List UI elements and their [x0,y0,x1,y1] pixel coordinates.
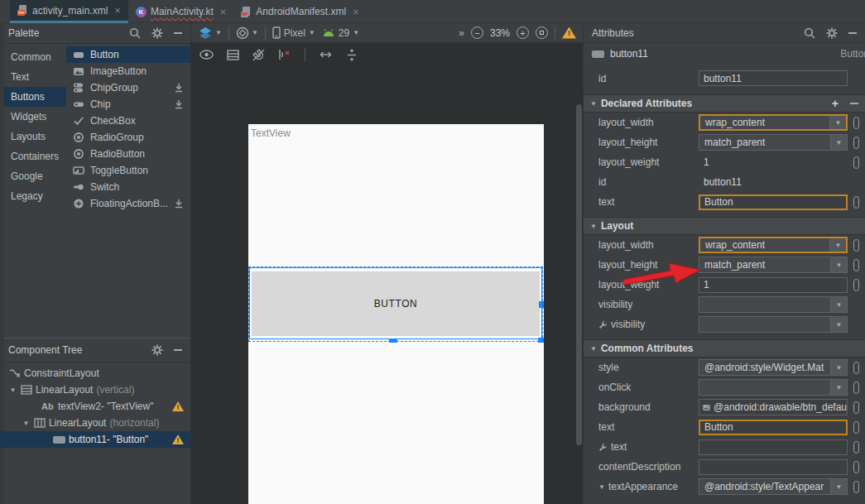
layout-weight-input[interactable] [699,277,848,293]
text-input[interactable] [699,194,848,210]
content-description-input[interactable] [699,459,848,475]
gear-icon[interactable] [151,27,163,39]
chevron-down-icon[interactable]: ▼ [830,380,847,395]
device-selector[interactable]: Pixel ▼ [272,26,315,39]
warning-icon[interactable] [172,401,184,411]
toolbar-overflow[interactable]: » [459,27,464,39]
visibility-dropdown[interactable]: ▼ [699,296,848,313]
search-icon[interactable] [804,27,815,39]
canvas-button[interactable]: BUTTON [252,271,540,336]
close-icon[interactable]: × [220,6,227,18]
resize-handle-corner[interactable] [538,338,544,343]
category-google[interactable]: Google [0,166,66,186]
section-common-attributes[interactable]: ▼ Common Attributes [584,339,865,358]
resource-picker-icon[interactable] [853,441,859,454]
remove-attribute-button[interactable] [850,103,858,104]
add-attribute-button[interactable]: + [832,97,839,110]
palette-item-imagebutton[interactable]: ImageButton [66,63,190,79]
background-field[interactable]: @android:drawable/btn_defau [699,399,848,415]
chevron-down-icon[interactable]: ▼ [830,257,847,272]
chevron-expanded-icon[interactable]: ▼ [598,483,605,491]
warning-icon[interactable] [172,434,184,444]
resource-picker-icon[interactable] [853,421,859,434]
zoom-out-button[interactable]: − [471,26,483,39]
resource-picker-icon[interactable] [853,279,859,291]
resource-picker-icon[interactable] [853,156,859,169]
resource-picker-icon[interactable] [853,481,859,493]
resource-picker-icon[interactable] [853,401,859,414]
category-widgets[interactable]: Widgets [0,107,66,127]
warnings-button[interactable] [562,27,576,39]
section-layout[interactable]: ▼ Layout [584,217,865,235]
orientation-button[interactable]: ▼ [236,26,258,40]
vertical-scrollbar[interactable] [576,104,582,445]
id-input[interactable] [699,70,848,86]
resource-picker-icon[interactable] [853,196,859,209]
horizontal-arrows-icon[interactable] [319,50,333,59]
resource-picker-icon[interactable] [853,239,859,252]
category-legacy[interactable]: Legacy [0,186,66,206]
layout-height-dropdown[interactable]: match_parent▼ [699,257,848,273]
close-icon[interactable]: × [114,4,121,17]
tools-text-input[interactable] [699,439,848,455]
clear-constraints-icon[interactable] [278,49,291,60]
tab-activity-main-xml[interactable]: <> activity_main.xml × [10,0,128,23]
section-declared-attributes[interactable]: ▼ Declared Attributes + [584,94,865,113]
chevron-down-icon[interactable]: ▼ [830,479,847,494]
design-mode-button[interactable]: ▼ [198,26,222,40]
resource-picker-icon[interactable] [853,137,859,149]
canvas-textview[interactable]: TextView [251,127,291,139]
layout-height-dropdown[interactable]: match_parent▼ [699,134,848,151]
palette-item-radiobutton[interactable]: RadioButton [66,146,190,162]
palette-item-chip[interactable]: Chip [66,96,190,113]
resize-handle-right[interactable] [539,301,544,308]
tools-visibility-dropdown[interactable]: ▼ [699,316,848,333]
layout-width-dropdown[interactable]: wrap_content▼ [699,237,848,253]
hide-panel-icon[interactable] [174,349,182,351]
search-icon[interactable] [129,27,141,39]
chevron-down-icon[interactable]: ▼ [830,317,847,332]
chevron-down-icon[interactable]: ▼ [830,297,847,312]
textappearance-dropdown[interactable]: @android:style/TextAppear▼ [699,478,848,495]
resource-picker-icon[interactable] [853,362,859,374]
category-common[interactable]: Common [0,47,66,67]
onclick-dropdown[interactable]: ▼ [699,379,848,396]
category-containers[interactable]: Containers [0,146,66,166]
tree-node-constraintlayout[interactable]: ConstraintLayout [0,365,190,382]
chevron-down-icon[interactable]: ▼ [829,238,846,252]
chevron-down-icon[interactable]: ▼ [829,116,846,129]
chevron-down-icon[interactable]: ▼ [830,135,847,150]
category-layouts[interactable]: Layouts [0,127,66,146]
tree-node-linearlayout-vertical[interactable]: ▼ LinearLayout(vertical) [0,382,190,398]
gear-icon[interactable] [151,344,163,356]
hide-panel-icon[interactable] [174,32,182,34]
grid-icon[interactable] [227,50,239,60]
palette-item-button[interactable]: Button [66,46,190,63]
hide-panel-icon[interactable] [848,32,857,34]
eye-icon[interactable] [199,50,214,60]
resize-handle-bottom[interactable] [389,338,397,343]
zoom-in-button[interactable]: + [517,26,529,39]
tree-node-linearlayout-horizontal[interactable]: ▼ LinearLayout(horizontal) [0,415,190,431]
tab-androidmanifest-xml[interactable]: MF AndroidManifest.xml × [233,0,366,23]
resource-picker-icon[interactable] [853,117,859,129]
layout-width-dropdown[interactable]: wrap_content▼ [699,114,848,131]
resource-picker-icon[interactable] [853,259,859,271]
gear-icon[interactable] [826,27,838,39]
palette-item-togglebutton[interactable]: ToggleButton [66,162,190,179]
close-icon[interactable]: × [353,6,359,18]
chevron-expanded-icon[interactable]: ▼ [22,420,31,427]
text-input[interactable] [699,420,848,435]
distribute-icon[interactable] [346,49,358,61]
palette-item-switch[interactable]: Switch [66,179,190,195]
style-dropdown[interactable]: @android:style/Widget.Mat▼ [699,359,848,376]
tree-node-button11[interactable]: button11- "Button" [0,431,190,448]
resource-picker-icon[interactable] [853,461,859,473]
chevron-expanded-icon[interactable]: ▼ [8,386,17,394]
category-buttons[interactable]: Buttons [0,87,66,107]
tab-mainactivity-kt[interactable]: K MainActivity.kt × [128,0,233,23]
category-text[interactable]: Text [0,67,66,87]
magnet-off-icon[interactable] [252,49,265,61]
palette-item-chipgroup[interactable]: ChipGroup [66,79,190,96]
api-selector[interactable]: 29 ▼ [322,27,359,39]
